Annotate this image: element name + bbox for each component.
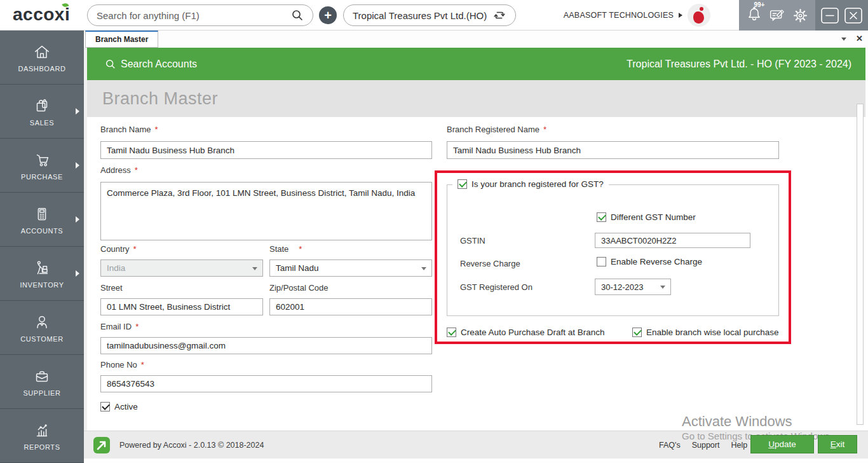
cart-icon [32, 151, 52, 170]
branch-wise-purchase-checkbox[interactable] [632, 328, 642, 337]
different-gst-checkbox[interactable] [597, 212, 606, 222]
enable-reverse-charge-row: Enable Reverse Charge [597, 257, 702, 266]
gst-section: Is your branch registered for GST? Diffe… [447, 184, 779, 316]
sidebar-item-label: CUSTOMER [20, 335, 64, 343]
tab-label: Branch Master [95, 35, 148, 44]
sidebar-item-supplier[interactable]: SUPPLIER [0, 355, 84, 409]
street-label: Street [100, 283, 123, 293]
top-bar: accoxi Search for anything (F1) + Tropic… [0, 0, 868, 31]
notification-badge: 99+ [754, 1, 765, 8]
tab-branch-master[interactable]: Branch Master [85, 31, 158, 48]
branch-wise-purchase-row: Enable branch wise local purchase [632, 328, 779, 337]
zip-input[interactable]: 602001 [269, 298, 432, 315]
active-checkbox[interactable] [100, 402, 110, 411]
home-icon [32, 43, 52, 62]
phone-input[interactable]: 8654376543 [100, 375, 432, 392]
gst-registered-on-select[interactable]: 30-12-2023 [595, 279, 671, 295]
search-accounts-label: Search Accounts [121, 59, 197, 70]
country-label: Country* [100, 244, 137, 254]
module-header: Search Accounts Tropical Treasures Pvt L… [87, 48, 865, 80]
required-marker: * [135, 165, 138, 175]
support-link[interactable]: Support [692, 441, 720, 450]
exit-button[interactable]: Exit [818, 435, 857, 453]
sidebar-item-reports[interactable]: REPORTS [0, 409, 84, 463]
update-button[interactable]: Update [750, 435, 814, 453]
enable-reverse-charge-checkbox[interactable] [597, 257, 606, 266]
sidebar-item-label: INVENTORY [20, 281, 64, 289]
avatar[interactable] [688, 4, 710, 27]
messages-button[interactable] [769, 8, 785, 23]
footer-bar: Powered by Accoxi - 2.0.13 © 2018-2024 F… [84, 431, 868, 459]
gst-registered-on-label: GST Registered On [460, 282, 532, 292]
required-marker: * [299, 244, 302, 254]
company-fiscal-year-label: Tropical Treasures Pvt Ltd. - HO (FY 202… [627, 59, 851, 70]
sidebar-item-label: REPORTS [24, 443, 60, 451]
activate-windows-watermark: Activate Windows [682, 413, 792, 430]
vertical-scrollbar[interactable] [857, 104, 864, 425]
help-link[interactable]: Help [731, 441, 747, 450]
address-input[interactable]: Commerce Plaza, 3rd Floor, 101 LMN Stree… [100, 182, 432, 240]
tab-list-dropdown-icon[interactable] [841, 38, 846, 41]
sidebar-item-dashboard[interactable]: DASHBOARD [0, 31, 84, 85]
required-marker: * [133, 244, 137, 254]
reverse-charge-label: Reverse Charge [460, 259, 520, 268]
active-checkbox-row: Active [100, 402, 138, 411]
required-marker: * [154, 125, 158, 134]
company-selector[interactable]: Tropical Treasures Pvt Ltd.(HO) [343, 4, 516, 26]
avatar-blob-icon [693, 11, 704, 24]
exit-rest: xit [836, 439, 845, 449]
gst-registered-row: Is your branch registered for GST? [452, 179, 609, 189]
chevron-right-icon [76, 270, 79, 277]
search-accounts-button[interactable]: Search Accounts [105, 59, 197, 70]
zip-label: Zip/Postal Code [269, 283, 329, 293]
branch-name-input[interactable]: Tamil Nadu Business Hub Branch [100, 141, 432, 159]
close-button[interactable] [844, 7, 863, 24]
required-marker: * [543, 125, 546, 134]
sidebar-item-label: ACCOUNTS [21, 227, 64, 235]
notifications-button[interactable]: 99+ [747, 6, 762, 25]
state-select[interactable]: Tamil Nadu [269, 259, 432, 277]
country-select[interactable]: India [100, 259, 263, 277]
chart-icon [32, 421, 52, 440]
street-input[interactable]: 01 LMN Street, Business District [100, 298, 263, 315]
sidebar-item-label: SUPPLIER [23, 389, 60, 397]
address-label: Address* [100, 165, 138, 175]
sidebar-item-customer[interactable]: CUSTOMER [0, 301, 84, 355]
different-gst-row: Different GST Number [597, 212, 696, 222]
add-button[interactable]: + [319, 6, 337, 24]
window-controls [815, 0, 868, 31]
enable-reverse-charge-label: Enable Reverse Charge [611, 257, 702, 266]
minimize-button[interactable] [820, 7, 839, 24]
page-title: Branch Master [102, 89, 218, 109]
branch-form: Branch Name* Tamil Nadu Business Hub Bra… [87, 117, 865, 431]
gstin-label: GSTIN [460, 236, 485, 245]
different-gst-label: Different GST Number [611, 212, 696, 222]
branch-registered-name-input[interactable]: Tamil Nadu Business Hub Branch [447, 141, 779, 159]
sidebar-item-purchase[interactable]: PURCHASE [0, 139, 84, 193]
avatar-dot-icon [700, 7, 703, 11]
user-menu[interactable]: AABASOFT TECHNOLOGIES [564, 0, 710, 31]
accoxi-logo: accoxi [13, 4, 70, 25]
required-marker: * [135, 322, 139, 331]
global-search-input[interactable]: Search for anything (F1) [87, 4, 313, 26]
settings-gear-icon[interactable] [792, 8, 808, 24]
sidebar-item-label: SALES [30, 119, 54, 127]
accoxi-footer-logo [93, 436, 111, 454]
tab-close-icon[interactable]: ✕ [856, 34, 863, 43]
sidebar-item-accounts[interactable]: ACCOUNTS [0, 193, 84, 247]
email-input[interactable]: tamilnadubusiness@gmail.com [100, 337, 432, 354]
gstin-input[interactable]: 33AABCT0020H2Z2 [595, 233, 750, 248]
auto-purchase-checkbox[interactable] [447, 328, 456, 337]
state-label: State* [269, 244, 302, 254]
search-icon[interactable] [291, 9, 304, 22]
branch-registered-name-label: Branch Registered Name* [447, 125, 546, 134]
user-name: AABASOFT TECHNOLOGIES [564, 11, 674, 20]
gst-registered-checkbox[interactable] [458, 179, 467, 189]
switch-company-icon[interactable] [492, 8, 506, 22]
chevron-right-icon [76, 162, 79, 169]
faqs-link[interactable]: FAQ's [659, 441, 681, 450]
phone-label: Phone No* [100, 360, 144, 370]
sidebar-item-sales[interactable]: SALES [0, 85, 84, 139]
sidebar-item-inventory[interactable]: INVENTORY [0, 247, 84, 301]
email-label: Email ID* [100, 322, 139, 331]
